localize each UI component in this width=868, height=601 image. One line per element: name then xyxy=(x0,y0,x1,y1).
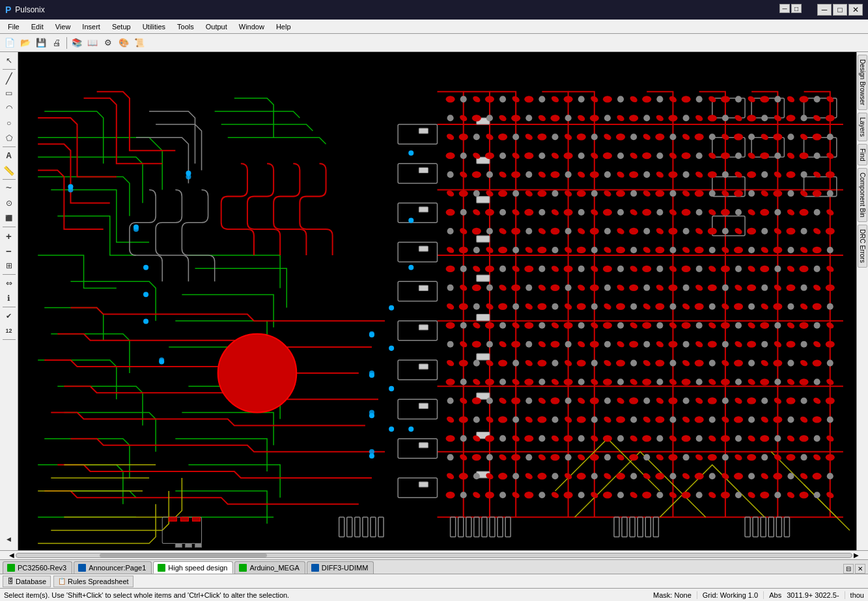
tab-pc32560[interactable]: PC32560-Rev3 xyxy=(3,561,72,574)
new-button[interactable]: 📄 xyxy=(3,36,17,50)
horizontal-scrollbar[interactable]: ◀ ▶ xyxy=(0,550,868,559)
rules-spreadsheet-label: Rules Spreadsheet xyxy=(68,578,129,585)
svg-rect-51 xyxy=(419,325,428,330)
menu-window[interactable]: Window xyxy=(234,21,270,32)
tab-highspeed-label: High speed design xyxy=(168,564,227,572)
left-sep-2 xyxy=(3,147,16,147)
save-button[interactable]: 💾 xyxy=(34,36,48,50)
h-scroll-track[interactable] xyxy=(16,553,852,558)
svg-rect-63 xyxy=(477,393,490,399)
ruler-tool[interactable]: 📏 xyxy=(2,163,16,178)
mask-status: Mask: None xyxy=(653,591,692,599)
minimize-btn[interactable]: ─ xyxy=(817,4,832,16)
zoom-fit-tool[interactable]: ⊞ xyxy=(2,259,16,273)
open-button[interactable]: 📂 xyxy=(18,36,33,50)
component-bin-tab[interactable]: Component Bin xyxy=(858,168,867,222)
route-tool[interactable]: ~ xyxy=(2,181,16,195)
tab-highspeed[interactable]: High speed design xyxy=(153,561,233,574)
draw-circle-tool[interactable]: ○ xyxy=(2,116,16,130)
menu-bar: File Edit View Insert Setup Utilities To… xyxy=(0,20,868,34)
tab-announcer-label: Announcer:Page1 xyxy=(89,564,146,572)
svg-rect-54 xyxy=(419,443,428,448)
svg-rect-52 xyxy=(419,364,428,369)
drc-errors-tab[interactable]: DRC Errors xyxy=(858,225,867,268)
left-toolbar: ↖ ╱ ▭ ◠ ○ ⬠ A 📏 ~ ⊙ ⬛ + − ⊞ ⇔ ℹ ✔ 12 ◀ xyxy=(0,52,18,550)
expand-left[interactable]: ◀ xyxy=(2,532,16,546)
menu-insert[interactable]: Insert xyxy=(77,21,105,32)
scroll-right-btn[interactable]: ▶ xyxy=(854,552,859,559)
library2-button[interactable]: 📖 xyxy=(85,36,100,50)
menu-help[interactable]: Help xyxy=(271,21,296,32)
text-tool[interactable]: A xyxy=(2,148,16,163)
menu-view[interactable]: View xyxy=(50,21,76,32)
app-title: Pulsonix xyxy=(15,5,44,14)
draw-line-tool[interactable]: ╱ xyxy=(2,71,16,85)
library-button[interactable]: 📚 xyxy=(70,36,84,50)
h-scroll-thumb[interactable] xyxy=(100,553,267,557)
left-sep-7 xyxy=(3,339,16,340)
svg-rect-72 xyxy=(192,517,200,521)
draw-arc-tool[interactable]: ◠ xyxy=(2,101,16,115)
scroll-left-btn[interactable]: ◀ xyxy=(9,552,14,559)
left-sep-3 xyxy=(3,179,16,180)
settings-button[interactable]: ⚙ xyxy=(101,36,115,50)
tab-diff3-icon xyxy=(311,564,319,572)
database-icon: 🗄 xyxy=(7,578,14,585)
menu-setup[interactable]: Setup xyxy=(107,21,136,32)
menu-output[interactable]: Output xyxy=(201,21,232,32)
menu-tools[interactable]: Tools xyxy=(172,21,199,32)
coords-status: 3011.9+ 3022.5- xyxy=(787,591,839,599)
inner-restore-btn[interactable]: ─ xyxy=(779,4,790,13)
inner-maximize-btn[interactable]: □ xyxy=(791,4,802,13)
svg-rect-55 xyxy=(419,482,428,487)
design-browser-tab[interactable]: Design Browser xyxy=(858,55,867,110)
database-label: Database xyxy=(16,578,46,585)
draw-rect-tool[interactable]: ▭ xyxy=(2,86,16,100)
rules-spreadsheet-btn[interactable]: 📋 Rules Spreadsheet xyxy=(53,576,133,587)
pcb-canvas[interactable]: BGA_PLACEHOLDER xyxy=(18,52,856,550)
svg-point-74 xyxy=(68,188,73,193)
database-btn[interactable]: 🗄 Database xyxy=(3,576,51,587)
tab-arduino[interactable]: Arduino_MEGA xyxy=(234,561,305,574)
svg-rect-64 xyxy=(477,432,490,439)
colors-button[interactable]: 🎨 xyxy=(117,36,131,50)
left-sep-5 xyxy=(3,274,16,275)
menu-file[interactable]: File xyxy=(3,21,25,32)
left-sep-1 xyxy=(3,69,16,70)
menu-edit[interactable]: Edit xyxy=(26,21,49,32)
num-tool[interactable]: 12 xyxy=(2,324,16,338)
measure-tool[interactable]: ⇔ xyxy=(2,276,16,290)
status-message: Select item(s). Use 'Shift+Click' to sel… xyxy=(4,591,289,599)
toolbar-sep-1 xyxy=(66,37,67,49)
svg-point-78 xyxy=(369,370,374,376)
select-tool[interactable]: ↖ xyxy=(2,53,16,68)
menu-utilities[interactable]: Utilities xyxy=(137,21,171,32)
svg-rect-47 xyxy=(419,167,428,173)
maximize-btn[interactable]: □ xyxy=(833,4,847,16)
zoom-in-tool[interactable]: + xyxy=(2,229,16,243)
left-sep-6 xyxy=(3,307,16,307)
info-tool[interactable]: ℹ xyxy=(2,291,16,305)
toolbar: 📄 📂 💾 🖨 📚 📖 ⚙ 🎨 📜 xyxy=(0,34,868,52)
tab-announcer[interactable]: Announcer:Page1 xyxy=(74,561,152,574)
svg-rect-59 xyxy=(477,236,490,242)
find-tab[interactable]: Find xyxy=(858,144,867,165)
grid-status: Grid: Working 1.0 xyxy=(697,591,758,599)
left-sep-4 xyxy=(3,227,16,227)
zoom-out-tool[interactable]: − xyxy=(2,244,16,258)
print-button[interactable]: 🖨 xyxy=(49,36,64,50)
draw-poly-tool[interactable]: ⬠ xyxy=(2,131,16,145)
tab-close-btn[interactable]: ✕ xyxy=(855,564,865,574)
layers-tab[interactable]: Layers xyxy=(858,113,867,141)
svg-rect-69 xyxy=(195,544,201,548)
svg-rect-65 xyxy=(477,471,490,478)
close-btn[interactable]: ✕ xyxy=(848,4,863,16)
script-button[interactable]: 📜 xyxy=(132,36,147,50)
bottom-toolbar: 🗄 Database 📋 Rules Spreadsheet xyxy=(0,574,868,588)
drc-tool[interactable]: ✔ xyxy=(2,309,16,323)
tab-list-btn[interactable]: ⊟ xyxy=(843,564,854,574)
tab-diff3[interactable]: DIFF3-UDIMM xyxy=(307,561,374,574)
svg-point-76 xyxy=(186,174,191,179)
pad-tool[interactable]: ⬛ xyxy=(2,211,16,225)
via-tool[interactable]: ⊙ xyxy=(2,196,16,210)
